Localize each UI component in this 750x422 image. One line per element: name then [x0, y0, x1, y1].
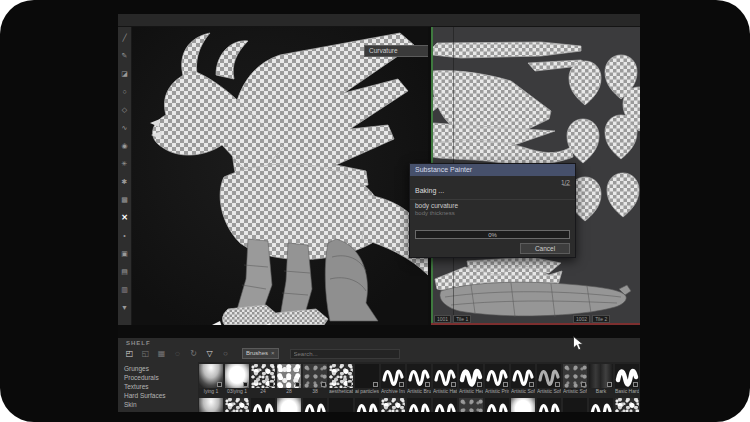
category-skin[interactable]: Skin [124, 400, 196, 409]
shelf-thumbnail[interactable]: 03lying 1 [225, 364, 249, 395]
bake-map-select[interactable]: Curvature ▾ [364, 45, 428, 57]
category-grunges[interactable]: Grunges [124, 364, 196, 373]
thumbnail-preview [433, 364, 457, 388]
baking-dialog: Substance Painter Baking ... 1/2 body cu… [409, 163, 576, 258]
thumbnail-type-badge [243, 382, 248, 387]
category-hard-surfaces[interactable]: Hard Surfaces [124, 391, 196, 400]
line-tool-icon[interactable]: ╱ [119, 32, 131, 44]
thumbnail-type-badge [425, 382, 430, 387]
shelf-thumbnail[interactable] [459, 398, 483, 412]
shelf-thumbnail[interactable] [537, 398, 561, 412]
shelf-thumbnail[interactable] [329, 398, 353, 412]
shelf-thumbnail[interactable]: 24 [251, 364, 275, 395]
substance-painter-window: ╱✎◪○◇∿◉✳✱▩✕•▣▤▥▼ [118, 14, 640, 412]
thumbnail-preview [251, 398, 275, 412]
shelf-thumbnail[interactable]: Artistic Soft... [563, 364, 587, 395]
mouse-cursor [573, 336, 584, 351]
shelf-panel: SHELF ◰◱▦◌↻▽○ Brushes × GrungesProcedura… [118, 338, 640, 412]
more-button[interactable]: — [563, 181, 570, 188]
shelf-thumbnail[interactable]: 38 [303, 364, 327, 395]
category-procedurals[interactable]: Procedurals [124, 373, 196, 382]
top-toolbar [118, 14, 640, 27]
shelf-thumbnail[interactable]: Artistic Soft... [511, 364, 535, 395]
thumbnail-label: 28 [277, 388, 301, 395]
shelf-thumbnail[interactable]: Artistic Soft... [537, 364, 561, 395]
shelf-thumbnail[interactable] [563, 398, 587, 412]
document-panel-icon[interactable]: ▥ [119, 284, 131, 296]
shelf-thumbnail[interactable]: Artistic Hea... [459, 364, 483, 395]
shelf-thumbnail[interactable] [199, 398, 223, 412]
shelf-categories: GrungesProceduralsTexturesHard SurfacesS… [124, 364, 196, 409]
thumbnail-preview [277, 398, 301, 412]
lasso-tool-icon[interactable]: ○ [119, 86, 131, 98]
new-folder-icon[interactable]: ◱ [140, 348, 151, 359]
polygon-fill-tool-icon[interactable]: ◇ [119, 104, 131, 116]
thumbnail-type-badge [477, 382, 482, 387]
thumbnail-preview [277, 364, 301, 388]
thumbnail-preview [381, 398, 405, 412]
shelf-thumbnail[interactable] [225, 398, 249, 412]
close-tool-icon[interactable]: ✕ [119, 212, 131, 224]
shelf-title: SHELF [126, 340, 151, 346]
shelf-thumbnail[interactable] [277, 398, 301, 412]
category-textures[interactable]: Textures [124, 382, 196, 391]
clone-stamp-tool-icon[interactable]: ◉ [119, 140, 131, 152]
thumbnail-preview [433, 398, 457, 412]
particles-tool-icon[interactable]: ✳ [119, 158, 131, 170]
eraser-tool-icon[interactable]: ◪ [119, 68, 131, 80]
thumbnail-preview [407, 398, 431, 412]
shelf-thumbnail[interactable]: lying 1 [199, 364, 223, 395]
shelf-thumbnail[interactable] [303, 398, 327, 412]
folder-icon[interactable]: ◰ [124, 348, 135, 359]
thumbnail-preview [225, 364, 249, 388]
shelf-thumbnail[interactable]: ai particles [355, 364, 379, 395]
shelf-thumbnail[interactable] [433, 398, 457, 412]
thumbnail-type-badge [607, 382, 612, 387]
shelf-thumbnail[interactable]: aestheticab... [329, 364, 353, 395]
shelf-thumbnail[interactable] [381, 398, 405, 412]
shelf-thumbnail[interactable] [407, 398, 431, 412]
thumbnail-type-badge [321, 382, 326, 387]
thumbnail-preview [563, 398, 587, 412]
thumbnail-type-badge [295, 382, 300, 387]
scope-icon[interactable]: ○ [220, 348, 231, 359]
material-tool-icon[interactable]: ▩ [119, 194, 131, 206]
cancel-button[interactable]: Cancel [520, 243, 570, 254]
left-toolbar: ╱✎◪○◇∿◉✳✱▩✕•▣▤▥▼ [118, 27, 132, 325]
dialog-titlebar[interactable]: Substance Painter [410, 164, 575, 176]
dot-tool-icon[interactable]: • [119, 230, 131, 242]
thumbnail-label: 24 [251, 388, 275, 395]
udim-chip: Tile 1 [453, 315, 471, 323]
shelf-thumbnail[interactable]: Artistic Hatc... [433, 364, 457, 395]
hide-preview-icon[interactable]: ◌ [172, 348, 183, 359]
layers-panel-icon[interactable]: ▤ [119, 266, 131, 278]
model-3d-viewport[interactable]: Curvature ▾ [132, 27, 428, 325]
shelf-thumbnail[interactable] [615, 398, 639, 412]
shelf-thumbnail[interactable]: Archive Ima... [381, 364, 405, 395]
search-input[interactable] [290, 349, 400, 359]
chip-close-icon[interactable]: × [271, 349, 275, 358]
shelf-thumbnail[interactable] [355, 398, 379, 412]
grid-view-icon[interactable]: ▦ [156, 348, 167, 359]
shelf-thumbnail[interactable]: Artistic Print [485, 364, 509, 395]
thumbnail-preview [589, 398, 613, 412]
settings-tool-icon[interactable]: ✱ [119, 176, 131, 188]
display-panel-icon[interactable]: ▣ [119, 248, 131, 260]
shelf-thumbnail[interactable] [511, 398, 535, 412]
smudge-tool-icon[interactable]: ∿ [119, 122, 131, 134]
export-panel-icon[interactable]: ▼ [119, 302, 131, 314]
shelf-thumbnail[interactable] [251, 398, 275, 412]
shelf-thumbnail[interactable] [485, 398, 509, 412]
refresh-icon[interactable]: ↻ [188, 348, 199, 359]
shelf-thumbnail[interactable] [589, 398, 613, 412]
filter-icon[interactable]: ▽ [204, 348, 215, 359]
thumbnail-preview [511, 398, 535, 412]
shelf-thumbnail[interactable]: Bark [589, 364, 613, 395]
filter-chip-brushes[interactable]: Brushes × [242, 348, 279, 359]
shelf-thumbnail[interactable]: Basic Hard [615, 364, 639, 395]
shelf-thumbnail[interactable]: Artistic Brus... [407, 364, 431, 395]
shelf-thumbnail[interactable]: 28 [277, 364, 301, 395]
paint-brush-tool-icon[interactable]: ✎ [119, 50, 131, 62]
thumbnail-type-badge [269, 382, 274, 387]
thumbnail-preview [485, 364, 509, 388]
